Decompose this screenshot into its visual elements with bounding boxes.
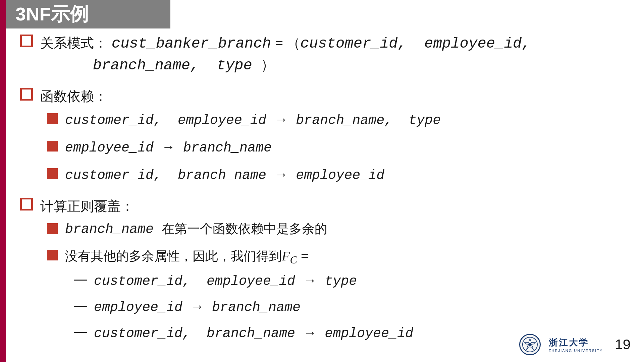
dash-1: — (74, 272, 87, 287)
title-bar: 3NF示例 (6, 0, 170, 28)
bullet-icon-l2-5 (47, 250, 58, 260)
cc-item-2: 没有其他的多余属性，因此，我们得到FC = (47, 246, 624, 267)
bullet-icon-l1-2 (20, 88, 33, 101)
section1-fields2: branch_name, type (93, 57, 261, 74)
cc-item-1: branch_name 在第一个函数依赖中是多余的 (47, 220, 624, 239)
section2-label: 函数依赖： (40, 85, 107, 106)
section1-eq: = （ (275, 36, 300, 50)
slide-title: 3NF示例 (15, 2, 89, 27)
section1-fields1: customer_id, employee_id, (300, 35, 531, 52)
fd2-text: employee_id → branch_name (65, 137, 272, 158)
section3-label: 计算正则覆盖： (40, 195, 134, 216)
section-functional-deps: 函数依赖： (20, 85, 624, 106)
left-accent-bar (0, 0, 6, 362)
cc2-text: 没有其他的多余属性，因此，我们得到FC = (65, 246, 309, 267)
fc2-text: employee_id → branch_name (94, 297, 301, 317)
fd1-text: customer_id, employee_id → branch_name, … (65, 110, 441, 130)
svg-text:ZJU: ZJU (527, 344, 532, 347)
footer: ZJU 浙江大学 ZHEJIANG UNIVERSITY 19 (519, 334, 631, 355)
bullet-icon-l2-1 (47, 113, 58, 124)
fc-item-1: — customer_id, employee_id → type (74, 271, 624, 291)
section-canonical-cover: 计算正则覆盖： (20, 195, 624, 216)
section1-close: ） (261, 57, 274, 72)
fd-item-3: customer_id, branch_name → employee_id (47, 165, 624, 185)
bullet-icon-l1-1 (20, 35, 33, 47)
section3-heading: 计算正则覆盖： (40, 199, 134, 214)
logo-svg: ZJU (522, 337, 538, 353)
fd-item-1: customer_id, employee_id → branch_name, … (47, 110, 624, 130)
dash-3: — (74, 324, 87, 339)
univ-en: ZHEJIANG UNIVERSITY (549, 349, 603, 353)
bullet-icon-l1-3 (20, 198, 33, 210)
section-relation-schema: 关系模式： cust_banker_branch = （customer_id,… (20, 32, 624, 76)
univ-zh: 浙江大学 (549, 337, 589, 349)
university-logo: ZJU (519, 334, 541, 355)
section1-label: 关系模式： (40, 36, 107, 50)
fc-item-2: — employee_id → branch_name (74, 297, 624, 317)
fd3-text: customer_id, branch_name → employee_id (65, 165, 384, 185)
section2-heading: 函数依赖： (40, 89, 107, 104)
section1-schema: cust_banker_branch (112, 35, 271, 52)
bullet-icon-l2-4 (47, 223, 58, 234)
section1-text: 关系模式： cust_banker_branch = （customer_id,… (40, 32, 531, 76)
university-name: 浙江大学 ZHEJIANG UNIVERSITY (549, 337, 603, 353)
dash-2: — (74, 298, 87, 313)
section1-indent (67, 55, 93, 73)
fc1-text: customer_id, employee_id → type (94, 271, 357, 291)
page-number: 19 (615, 337, 631, 353)
cc1-text: branch_name 在第一个函数依赖中是多余的 (65, 220, 327, 239)
bullet-icon-l2-2 (47, 141, 58, 152)
fd-item-2: employee_id → branch_name (47, 137, 624, 158)
main-content: 关系模式： cust_banker_branch = （customer_id,… (20, 32, 624, 342)
fc3-text: customer_id, branch_name → employee_id (94, 323, 413, 343)
bullet-icon-l2-3 (47, 168, 58, 179)
